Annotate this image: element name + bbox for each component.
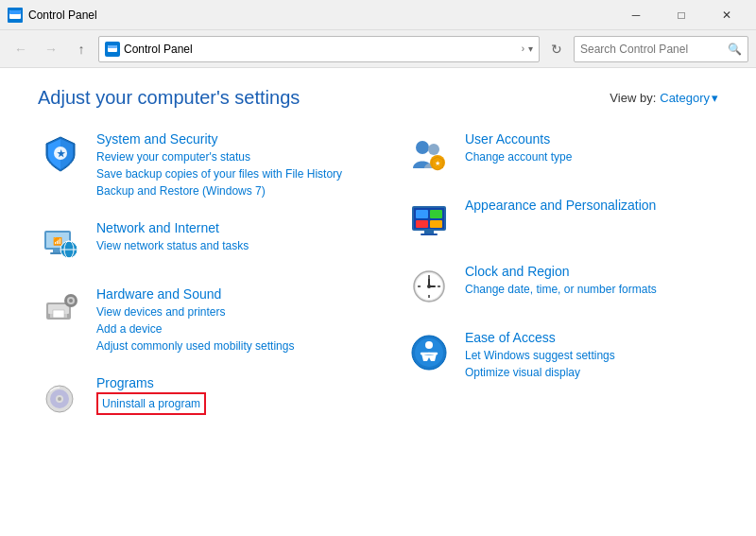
- ease-access-link-1[interactable]: Let Windows suggest settings: [465, 347, 718, 364]
- network-text: Network and Internet View network status…: [96, 220, 350, 254]
- nav-bar: ← → ↑ Control Panel › ▾ ↻ 🔍: [0, 30, 756, 68]
- category-system-security: ★ System and Security Review your comput…: [38, 131, 350, 199]
- programs-text: Programs Uninstall a program: [96, 375, 350, 415]
- forward-button[interactable]: →: [38, 36, 64, 62]
- category-programs: Programs Uninstall a program: [38, 375, 350, 421]
- system-security-text: System and Security Review your computer…: [96, 131, 350, 199]
- svg-rect-36: [430, 220, 442, 228]
- category-ease-access: Ease of Access Let Windows suggest setti…: [406, 330, 718, 381]
- search-icon[interactable]: 🔍: [728, 43, 742, 56]
- appearance-text: Appearance and Personalization: [465, 198, 718, 215]
- appearance-link[interactable]: Appearance and Personalization: [465, 198, 718, 213]
- view-by-dropdown[interactable]: Category ▾: [660, 91, 718, 105]
- view-by-value: Category: [660, 91, 710, 105]
- system-security-link[interactable]: System and Security: [96, 131, 350, 147]
- title-bar: Control Panel ─ □ ✕: [0, 0, 756, 30]
- title-bar-title: Control Panel: [28, 9, 97, 22]
- system-security-icon: ★: [38, 131, 83, 177]
- right-column: ★ User Accounts Change account type: [406, 131, 718, 441]
- back-button[interactable]: ←: [8, 36, 34, 62]
- content-header: Adjust your computer's settings View by:…: [38, 87, 718, 109]
- system-security-link-2[interactable]: Save backup copies of your files with Fi…: [96, 165, 350, 182]
- address-bar[interactable]: Control Panel › ▾: [98, 36, 540, 62]
- main-content: Adjust your computer's settings View by:…: [0, 68, 756, 536]
- minimize-button[interactable]: ─: [614, 0, 658, 30]
- app-icon: [8, 8, 23, 23]
- svg-point-22: [69, 299, 73, 303]
- ease-access-text: Ease of Access Let Windows suggest setti…: [465, 330, 718, 381]
- svg-rect-19: [53, 310, 64, 318]
- system-security-link-3[interactable]: Backup and Restore (Windows 7): [96, 182, 350, 199]
- system-security-link-1[interactable]: Review your computer's status: [96, 148, 350, 165]
- svg-text:★: ★: [435, 160, 440, 166]
- clock-icon: [406, 264, 452, 309]
- ease-access-link-2[interactable]: Optimize visual display: [465, 364, 718, 381]
- ease-access-link[interactable]: Ease of Access: [465, 330, 718, 345]
- svg-point-50: [425, 341, 433, 349]
- hardware-link-2[interactable]: Add a device: [96, 320, 350, 337]
- svg-point-27: [416, 141, 429, 154]
- hardware-link-1[interactable]: View devices and printers: [96, 303, 350, 320]
- svg-point-28: [428, 144, 439, 155]
- clock-link[interactable]: Clock and Region: [465, 264, 718, 279]
- svg-rect-38: [421, 233, 438, 235]
- svg-rect-11: [53, 250, 60, 252]
- up-button[interactable]: ↑: [68, 36, 94, 62]
- control-panel-icon: [107, 43, 118, 55]
- programs-icon: [38, 375, 83, 421]
- svg-point-47: [427, 285, 431, 288]
- category-appearance: Appearance and Personalization: [406, 198, 718, 243]
- page-title: Adjust your computer's settings: [38, 87, 300, 109]
- svg-rect-2: [9, 10, 21, 14]
- clock-link-1[interactable]: Change date, time, or number formats: [465, 281, 718, 298]
- search-bar[interactable]: 🔍: [574, 36, 748, 62]
- hardware-text: Hardware and Sound View devices and prin…: [96, 286, 350, 354]
- refresh-button[interactable]: ↻: [543, 36, 570, 62]
- hardware-link-3[interactable]: Adjust commonly used mobility settings: [96, 337, 350, 354]
- view-by-chevron-icon: ▾: [712, 91, 718, 105]
- user-accounts-link[interactable]: User Accounts: [465, 131, 718, 147]
- category-hardware: Hardware and Sound View devices and prin…: [38, 286, 350, 354]
- svg-rect-5: [108, 45, 117, 48]
- address-path: Control Panel: [124, 43, 518, 56]
- svg-text:📶: 📶: [53, 236, 62, 246]
- svg-rect-34: [430, 210, 442, 218]
- network-icon: 📶: [38, 220, 83, 266]
- view-by: View by: Category ▾: [610, 91, 718, 105]
- category-network: 📶 Network and Internet View network stat…: [38, 220, 350, 266]
- user-accounts-link-1[interactable]: Change account type: [465, 148, 718, 165]
- title-bar-left: Control Panel: [8, 8, 97, 23]
- view-by-label: View by:: [610, 91, 656, 105]
- user-accounts-icon: ★: [406, 131, 452, 177]
- ease-access-icon: [406, 330, 452, 375]
- address-icon: [105, 42, 120, 57]
- hardware-link[interactable]: Hardware and Sound: [96, 286, 350, 302]
- maximize-button[interactable]: □: [660, 0, 703, 30]
- hardware-icon: [38, 286, 83, 332]
- address-chevron: ›: [522, 43, 524, 54]
- left-column: ★ System and Security Review your comput…: [38, 131, 350, 441]
- categories-grid: ★ System and Security Review your comput…: [38, 131, 718, 441]
- programs-link-1[interactable]: Uninstall a program: [96, 392, 206, 415]
- user-accounts-text: User Accounts Change account type: [465, 131, 718, 165]
- network-link-1[interactable]: View network status and tasks: [96, 237, 350, 254]
- svg-rect-37: [424, 231, 434, 233]
- svg-rect-35: [416, 220, 428, 228]
- appearance-icon: [406, 198, 452, 243]
- title-bar-controls: ─ □ ✕: [614, 0, 748, 30]
- svg-point-26: [58, 397, 61, 401]
- clock-text: Clock and Region Change date, time, or n…: [465, 264, 718, 298]
- programs-link[interactable]: Programs: [96, 375, 350, 390]
- svg-rect-33: [416, 210, 428, 218]
- network-link[interactable]: Network and Internet: [96, 220, 350, 235]
- search-input[interactable]: [580, 43, 728, 56]
- category-clock: Clock and Region Change date, time, or n…: [406, 264, 718, 309]
- category-user-accounts: ★ User Accounts Change account type: [406, 131, 718, 177]
- address-dropdown-icon[interactable]: ▾: [528, 43, 533, 54]
- close-button[interactable]: ✕: [705, 0, 748, 30]
- svg-text:★: ★: [57, 148, 66, 159]
